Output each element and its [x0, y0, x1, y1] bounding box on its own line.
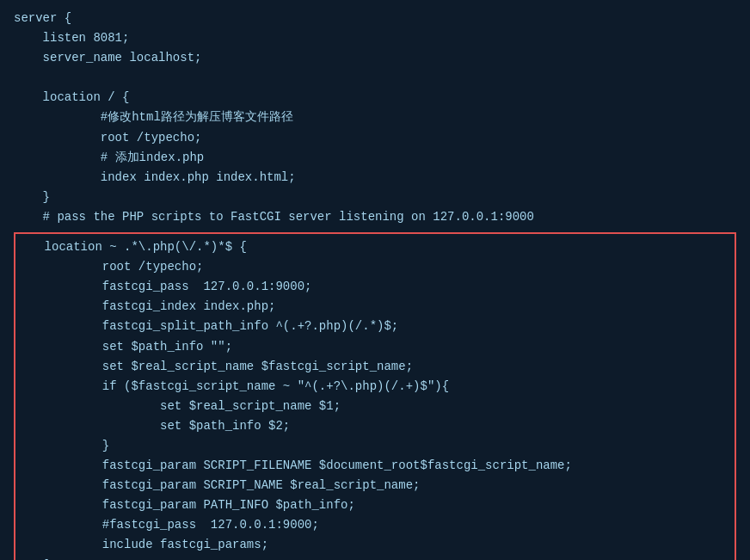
code-line: } [15, 436, 735, 456]
highlighted-code-block: location ~ .*\.php(\/.*)*$ { root /typec… [14, 232, 736, 560]
code-line: set $real_script_name $1; [15, 397, 735, 416]
code-line: # pass the PHP scripts to FastCGI server… [14, 207, 736, 227]
code-line: } [15, 556, 735, 560]
code-line: if ($fastcgi_script_name ~ "^(.+?\.php)(… [15, 377, 735, 397]
code-line: server { [14, 9, 736, 28]
code-line: #修改html路径为解压博客文件路径 [14, 108, 736, 127]
code-line: fastcgi_param SCRIPT_NAME $real_script_n… [15, 476, 735, 495]
code-line: include fastcgi_params; [15, 535, 735, 555]
code-line: fastcgi_index index.php; [15, 297, 735, 317]
code-line: fastcgi_param SCRIPT_FILENAME $document_… [15, 456, 735, 476]
code-line: } [14, 188, 736, 207]
code-line: set $real_script_name $fastcgi_script_na… [15, 357, 735, 377]
code-line: location / { [14, 88, 736, 108]
code-line [14, 68, 736, 88]
code-line: # 添加index.php [14, 148, 736, 168]
code-line: root /typecho; [14, 128, 736, 148]
code-line: set $path_info $2; [15, 416, 735, 436]
code-line: set $path_info ""; [15, 337, 735, 357]
code-line: #fastcgi_pass 127.0.0.1:9000; [15, 515, 735, 535]
code-line: server_name localhost; [14, 48, 736, 68]
code-line: root /typecho; [15, 257, 735, 277]
code-line: fastcgi_param PATH_INFO $path_info; [15, 495, 735, 515]
code-line: index index.php index.html; [14, 168, 736, 188]
code-line: fastcgi_split_path_info ^(.+?.php)(/.*)$… [15, 317, 735, 336]
code-container: server { listen 8081; server_name localh… [14, 9, 736, 551]
code-line: listen 8081; [14, 28, 736, 48]
code-line: location ~ .*\.php(\/.*)*$ { [15, 237, 735, 257]
code-line: fastcgi_pass 127.0.0.1:9000; [15, 277, 735, 297]
